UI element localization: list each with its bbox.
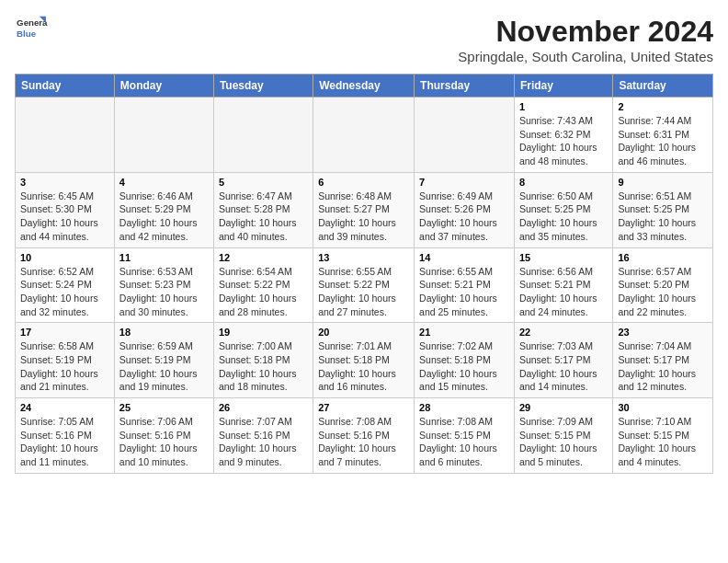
calendar-cell: 15Sunrise: 6:56 AM Sunset: 5:21 PM Dayli… xyxy=(514,247,612,323)
calendar-cell xyxy=(415,98,515,173)
day-info: Sunrise: 6:54 AM Sunset: 5:22 PM Dayligh… xyxy=(219,265,308,319)
calendar-cell: 7Sunrise: 6:49 AM Sunset: 5:26 PM Daylig… xyxy=(415,172,515,247)
day-number: 11 xyxy=(119,252,209,263)
week-row-3: 10Sunrise: 6:52 AM Sunset: 5:24 PM Dayli… xyxy=(16,247,713,323)
day-number: 17 xyxy=(20,327,109,338)
calendar-cell: 30Sunrise: 7:10 AM Sunset: 5:15 PM Dayli… xyxy=(613,398,713,474)
day-info: Sunrise: 6:45 AM Sunset: 5:30 PM Dayligh… xyxy=(20,190,109,244)
day-number: 10 xyxy=(20,252,109,263)
calendar-cell: 9Sunrise: 6:51 AM Sunset: 5:25 PM Daylig… xyxy=(613,172,713,247)
day-info: Sunrise: 6:46 AM Sunset: 5:29 PM Dayligh… xyxy=(119,190,209,244)
day-number: 14 xyxy=(419,252,509,263)
calendar-cell: 29Sunrise: 7:09 AM Sunset: 5:15 PM Dayli… xyxy=(514,398,612,474)
day-info: Sunrise: 7:09 AM Sunset: 5:15 PM Dayligh… xyxy=(519,415,608,469)
calendar-cell: 18Sunrise: 6:59 AM Sunset: 5:19 PM Dayli… xyxy=(114,323,213,398)
calendar-cell: 20Sunrise: 7:01 AM Sunset: 5:18 PM Dayli… xyxy=(313,323,415,398)
weekday-header-friday: Friday xyxy=(514,75,612,98)
calendar-cell: 14Sunrise: 6:55 AM Sunset: 5:21 PM Dayli… xyxy=(415,247,515,323)
day-info: Sunrise: 7:01 AM Sunset: 5:18 PM Dayligh… xyxy=(318,339,409,394)
calendar-cell: 25Sunrise: 7:06 AM Sunset: 5:16 PM Dayli… xyxy=(114,398,213,474)
day-info: Sunrise: 7:08 AM Sunset: 5:15 PM Dayligh… xyxy=(419,415,509,469)
day-info: Sunrise: 7:05 AM Sunset: 5:16 PM Dayligh… xyxy=(20,415,109,469)
weekday-header-sunday: Sunday xyxy=(16,75,115,98)
calendar-cell: 3Sunrise: 6:45 AM Sunset: 5:30 PM Daylig… xyxy=(16,172,115,247)
day-number: 25 xyxy=(119,402,209,413)
day-number: 21 xyxy=(419,327,509,338)
logo-icon: General Blue xyxy=(15,15,48,42)
day-number: 23 xyxy=(618,327,708,338)
week-row-5: 24Sunrise: 7:05 AM Sunset: 5:16 PM Dayli… xyxy=(16,398,713,474)
calendar-cell: 12Sunrise: 6:54 AM Sunset: 5:22 PM Dayli… xyxy=(213,247,313,323)
page-header: General Blue November 2024 Springdale, S… xyxy=(15,15,713,64)
week-row-1: 1Sunrise: 7:43 AM Sunset: 6:32 PM Daylig… xyxy=(16,98,713,173)
day-number: 12 xyxy=(219,252,308,263)
day-number: 20 xyxy=(318,327,409,338)
day-info: Sunrise: 7:04 AM Sunset: 5:17 PM Dayligh… xyxy=(618,339,708,394)
day-number: 28 xyxy=(419,402,509,413)
svg-text:Blue: Blue xyxy=(17,29,37,39)
calendar-cell: 11Sunrise: 6:53 AM Sunset: 5:23 PM Dayli… xyxy=(114,247,213,323)
calendar-cell: 27Sunrise: 7:08 AM Sunset: 5:16 PM Dayli… xyxy=(313,398,415,474)
weekday-header-saturday: Saturday xyxy=(613,75,713,98)
weekday-header-tuesday: Tuesday xyxy=(213,75,313,98)
day-info: Sunrise: 6:50 AM Sunset: 5:25 PM Dayligh… xyxy=(519,190,608,244)
calendar-cell xyxy=(16,98,115,173)
day-number: 3 xyxy=(20,177,109,188)
day-number: 27 xyxy=(318,402,409,413)
logo: General Blue xyxy=(15,15,48,42)
calendar-cell: 1Sunrise: 7:43 AM Sunset: 6:32 PM Daylig… xyxy=(514,98,612,173)
weekday-header-row: SundayMondayTuesdayWednesdayThursdayFrid… xyxy=(16,75,713,98)
day-number: 19 xyxy=(219,327,308,338)
day-number: 5 xyxy=(219,177,308,188)
calendar-cell: 21Sunrise: 7:02 AM Sunset: 5:18 PM Dayli… xyxy=(415,323,515,398)
month-title: November 2024 xyxy=(458,15,713,49)
weekday-header-thursday: Thursday xyxy=(415,75,515,98)
day-info: Sunrise: 6:55 AM Sunset: 5:21 PM Dayligh… xyxy=(419,265,509,319)
day-number: 9 xyxy=(618,177,708,188)
day-number: 26 xyxy=(219,402,308,413)
calendar-cell: 8Sunrise: 6:50 AM Sunset: 5:25 PM Daylig… xyxy=(514,172,612,247)
day-number: 24 xyxy=(20,402,109,413)
calendar-cell: 23Sunrise: 7:04 AM Sunset: 5:17 PM Dayli… xyxy=(613,323,713,398)
week-row-2: 3Sunrise: 6:45 AM Sunset: 5:30 PM Daylig… xyxy=(16,172,713,247)
calendar-cell: 17Sunrise: 6:58 AM Sunset: 5:19 PM Dayli… xyxy=(16,323,115,398)
day-number: 1 xyxy=(519,101,608,112)
calendar-cell: 6Sunrise: 6:48 AM Sunset: 5:27 PM Daylig… xyxy=(313,172,415,247)
calendar-cell: 26Sunrise: 7:07 AM Sunset: 5:16 PM Dayli… xyxy=(213,398,313,474)
day-number: 4 xyxy=(119,177,209,188)
day-number: 6 xyxy=(318,177,409,188)
day-number: 29 xyxy=(519,402,608,413)
day-info: Sunrise: 6:58 AM Sunset: 5:19 PM Dayligh… xyxy=(20,339,109,394)
day-info: Sunrise: 6:48 AM Sunset: 5:27 PM Dayligh… xyxy=(318,190,409,244)
day-number: 8 xyxy=(519,177,608,188)
calendar-cell: 28Sunrise: 7:08 AM Sunset: 5:15 PM Dayli… xyxy=(415,398,515,474)
calendar-cell xyxy=(313,98,415,173)
calendar-cell: 10Sunrise: 6:52 AM Sunset: 5:24 PM Dayli… xyxy=(16,247,115,323)
location-title: Springdale, South Carolina, United State… xyxy=(458,49,713,64)
day-number: 30 xyxy=(618,402,708,413)
day-number: 16 xyxy=(618,252,708,263)
day-info: Sunrise: 6:55 AM Sunset: 5:22 PM Dayligh… xyxy=(318,265,409,319)
day-info: Sunrise: 6:49 AM Sunset: 5:26 PM Dayligh… xyxy=(419,190,509,244)
day-info: Sunrise: 6:47 AM Sunset: 5:28 PM Dayligh… xyxy=(219,190,308,244)
day-info: Sunrise: 7:43 AM Sunset: 6:32 PM Dayligh… xyxy=(519,114,608,168)
day-number: 18 xyxy=(119,327,209,338)
day-number: 22 xyxy=(519,327,608,338)
calendar-cell: 16Sunrise: 6:57 AM Sunset: 5:20 PM Dayli… xyxy=(613,247,713,323)
day-number: 13 xyxy=(318,252,409,263)
day-info: Sunrise: 6:57 AM Sunset: 5:20 PM Dayligh… xyxy=(618,265,708,319)
calendar-table: SundayMondayTuesdayWednesdayThursdayFrid… xyxy=(15,74,713,474)
title-section: November 2024 Springdale, South Carolina… xyxy=(458,15,713,64)
day-info: Sunrise: 7:07 AM Sunset: 5:16 PM Dayligh… xyxy=(219,415,308,469)
calendar-cell: 5Sunrise: 6:47 AM Sunset: 5:28 PM Daylig… xyxy=(213,172,313,247)
day-info: Sunrise: 6:52 AM Sunset: 5:24 PM Dayligh… xyxy=(20,265,109,319)
weekday-header-wednesday: Wednesday xyxy=(313,75,415,98)
day-info: Sunrise: 7:02 AM Sunset: 5:18 PM Dayligh… xyxy=(419,339,509,394)
day-info: Sunrise: 6:53 AM Sunset: 5:23 PM Dayligh… xyxy=(119,265,209,319)
calendar-cell: 24Sunrise: 7:05 AM Sunset: 5:16 PM Dayli… xyxy=(16,398,115,474)
calendar-cell: 2Sunrise: 7:44 AM Sunset: 6:31 PM Daylig… xyxy=(613,98,713,173)
day-info: Sunrise: 6:56 AM Sunset: 5:21 PM Dayligh… xyxy=(519,265,608,319)
calendar-cell xyxy=(213,98,313,173)
day-number: 2 xyxy=(618,101,708,112)
calendar-cell: 4Sunrise: 6:46 AM Sunset: 5:29 PM Daylig… xyxy=(114,172,213,247)
